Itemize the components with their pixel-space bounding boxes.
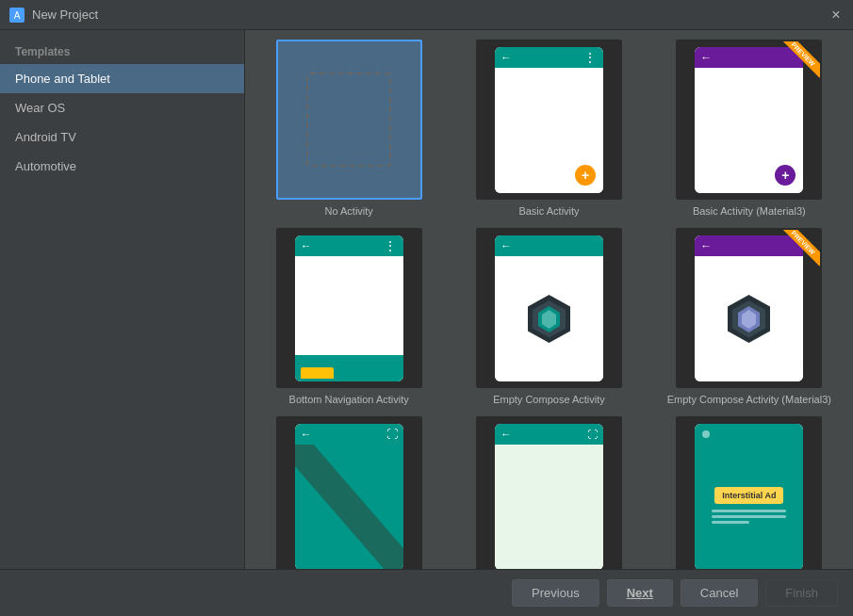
back-arrow-nav-icon: ← (301, 239, 312, 252)
empty-compose-label: Empty Compose Activity (493, 394, 605, 405)
fullscreen-toolbar: ← ⛶ (295, 424, 403, 445)
diagonal-svg (295, 445, 403, 570)
close-button[interactable]: × (828, 8, 844, 23)
ad-line-2 (712, 515, 786, 518)
ad-line-1 (712, 510, 786, 512)
interstitial-toolbar (695, 424, 803, 445)
bottom-nav-label: Bottom Navigation Activity (289, 394, 409, 405)
basic-m3-preview[interactable]: ← + PREVIEW (676, 40, 822, 200)
fullscreen-body (295, 445, 403, 570)
empty-compose-phone: ← (495, 235, 603, 381)
maps-preview[interactable]: ← ⛶ (476, 416, 622, 569)
empty-compose-m3-preview[interactable]: ← (676, 228, 822, 388)
sidebar-item-phone-tablet[interactable]: Phone and Tablet (0, 64, 244, 93)
template-basic-activity-m3[interactable]: ← + PREVIEW Basic Activity (Material3) (655, 40, 844, 217)
fab-icon: + (575, 165, 596, 186)
back-arrow-fs-icon: ← (301, 428, 312, 441)
bottom-nav-preview[interactable]: ← ⋮ (276, 228, 422, 388)
back-arrow-compose-icon: ← (500, 239, 512, 252)
templates-label: Templates (0, 40, 244, 64)
compose-toolbar: ← (495, 235, 603, 256)
maps-phone: ← ⛶ (495, 424, 603, 570)
cancel-button[interactable]: Cancel (681, 579, 758, 607)
template-no-activity[interactable]: No Activity (254, 40, 443, 217)
more-nav-icon: ⋮ (384, 238, 398, 253)
interstitial-preview[interactable]: Interstitial Ad (676, 416, 822, 569)
nav-indicator (301, 367, 334, 379)
basic-toolbar: ← ⋮ (495, 47, 603, 68)
basic-body: + (495, 68, 603, 193)
content-area: Templates Phone and Tablet Wear OS Andro… (0, 30, 853, 569)
expand-maps-icon: ⛶ (587, 429, 598, 440)
preview-badge-m3-text: PREVIEW (779, 230, 820, 267)
interstitial-body: Interstitial Ad (695, 445, 803, 570)
finish-button: Finish (765, 579, 838, 607)
next-button[interactable]: Next (607, 579, 673, 607)
bottom-bar: Previous Next Cancel Finish (0, 569, 853, 616)
ad-lines (712, 510, 786, 527)
template-google-maps[interactable]: ← ⛶ Google Maps Activity (454, 416, 643, 569)
svg-line-10 (295, 445, 403, 570)
sidebar: Templates Phone and Tablet Wear OS Andro… (0, 30, 245, 569)
preview-badge-text: PREVIEW (779, 41, 820, 78)
template-fullscreen[interactable]: ← ⛶ Fullscreen Activity (254, 416, 443, 569)
no-activity-label: No Activity (324, 205, 372, 217)
ad-line-3 (712, 521, 749, 524)
template-empty-compose-m3[interactable]: ← (655, 228, 844, 405)
back-arrow-m3-compose-icon: ← (700, 239, 712, 252)
bottom-nav-toolbar: ← ⋮ (295, 235, 403, 256)
compose-m3-hex-icon (723, 293, 775, 345)
preview-badge-m3: PREVIEW (773, 230, 820, 277)
fullscreen-icon: ⛶ (386, 428, 398, 441)
fullscreen-phone: ← ⛶ (295, 424, 403, 570)
template-interstitial-ad[interactable]: Interstitial Ad Interstitial Ad (655, 416, 844, 569)
no-activity-preview[interactable] (276, 40, 422, 200)
sidebar-item-wear-os[interactable]: Wear OS (0, 93, 244, 122)
maps-body (495, 445, 603, 570)
back-arrow-m3-icon: ← (700, 51, 712, 64)
bottom-nav-bar (295, 355, 403, 381)
no-activity-box (306, 73, 391, 167)
interstitial-phone: Interstitial Ad (695, 424, 803, 570)
title-bar-text: New Project (32, 8, 828, 22)
new-project-window: A New Project × Templates Phone and Tabl… (0, 0, 853, 616)
bottom-nav-phone: ← ⋮ (295, 235, 403, 381)
back-arrow-maps-icon: ← (500, 428, 512, 441)
basic-activity-label: Basic Activity (518, 205, 579, 217)
basic-activity-phone: ← ⋮ + (495, 47, 603, 193)
basic-activity-preview[interactable]: ← ⋮ + (476, 40, 622, 200)
bottom-nav-body (295, 256, 403, 355)
app-icon: A (9, 8, 25, 23)
sidebar-item-automotive[interactable]: Automotive (0, 152, 244, 181)
dot-icon (702, 430, 710, 438)
maps-toolbar: ← ⛶ (495, 424, 603, 445)
template-empty-compose[interactable]: ← (454, 228, 643, 405)
templates-main: No Activity ← ⋮ + (245, 30, 853, 569)
back-arrow-icon: ← (500, 51, 512, 64)
basic-m3-label: Basic Activity (Material3) (693, 205, 806, 217)
fullscreen-preview[interactable]: ← ⛶ (276, 416, 422, 569)
fab-m3-icon: + (775, 165, 796, 186)
template-bottom-nav[interactable]: ← ⋮ Bottom Navigation Activity (254, 228, 443, 405)
preview-badge: PREVIEW (773, 41, 820, 89)
svg-text:A: A (14, 10, 21, 21)
ad-banner: Interstitial Ad (714, 487, 783, 504)
previous-button[interactable]: Previous (512, 579, 599, 607)
empty-compose-m3-label: Empty Compose Activity (Material3) (667, 394, 831, 405)
compose-icon-area (495, 256, 603, 381)
template-basic-activity[interactable]: ← ⋮ + Basic Activity (454, 40, 643, 217)
templates-grid: No Activity ← ⋮ + (254, 40, 844, 569)
title-bar: A New Project × (0, 0, 853, 30)
empty-compose-preview[interactable]: ← (476, 228, 622, 388)
compose-hex-icon (523, 293, 575, 345)
more-icon: ⋮ (583, 50, 598, 65)
sidebar-item-android-tv[interactable]: Android TV (0, 122, 244, 152)
